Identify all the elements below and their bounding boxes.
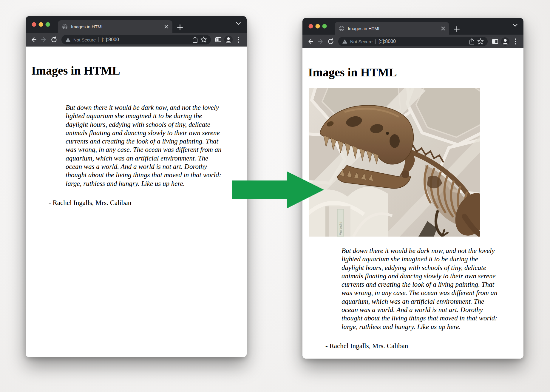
new-tab-button[interactable]: [177, 24, 183, 30]
not-secure-warning-icon: [342, 39, 347, 44]
zoom-window-button[interactable]: [322, 24, 327, 29]
forward-button[interactable]: [316, 36, 326, 47]
quote-block: But down there it would be dark now, and…: [342, 247, 502, 331]
back-button[interactable]: [305, 36, 316, 47]
minimize-window-button[interactable]: [315, 24, 320, 29]
trex-skeleton-photo: Forests: [309, 88, 480, 237]
tab-search-chevron-icon[interactable]: [513, 24, 517, 27]
quote-block: But down there it would be dark now, and…: [66, 104, 226, 188]
browser-tab[interactable]: Images in HTML: [335, 22, 449, 35]
globe-favicon-icon: [339, 26, 344, 31]
security-label: Not Secure: [350, 39, 373, 44]
close-tab-icon[interactable]: [441, 27, 445, 30]
browser-window-after: Images in HTML: [302, 18, 523, 359]
share-icon[interactable]: [469, 38, 475, 45]
minimize-window-button[interactable]: [38, 22, 43, 27]
close-window-button[interactable]: [308, 24, 313, 29]
profile-avatar-button[interactable]: [223, 35, 234, 45]
address-bar[interactable]: Not Secure [::]:8000: [338, 37, 488, 46]
bookmark-star-icon[interactable]: [200, 36, 207, 43]
tab-strip: Images in HTML: [26, 16, 247, 33]
back-button[interactable]: [29, 35, 39, 45]
browser-tab[interactable]: Images in HTML: [58, 20, 172, 33]
transform-arrow: [231, 171, 325, 209]
reload-button[interactable]: [49, 35, 59, 45]
page-content-after: Images in HTML: [302, 48, 523, 359]
tab-title: Images in HTML: [71, 24, 164, 29]
sidebar-toggle-button[interactable]: [213, 35, 223, 45]
quote-attribution: - Rachel Ingalls, Mrs. Caliban: [49, 199, 247, 207]
not-secure-warning-icon: [65, 37, 71, 42]
page-title: Images in HTML: [308, 66, 523, 79]
page-content-before: Images in HTML But down there it would b…: [26, 47, 247, 357]
close-window-button[interactable]: [32, 22, 36, 27]
bookmark-star-icon[interactable]: [477, 38, 484, 45]
new-tab-button[interactable]: [454, 26, 460, 32]
tab-strip: Images in HTML: [302, 18, 523, 35]
omnibox-divider: [98, 37, 99, 42]
quote-attribution: - Rachel Ingalls, Mrs. Caliban: [325, 342, 523, 350]
browser-window-before: Images in HTML: [26, 16, 247, 357]
traffic-lights: [32, 22, 50, 27]
reload-button[interactable]: [326, 36, 336, 47]
share-icon[interactable]: [192, 36, 198, 43]
globe-favicon-icon: [62, 24, 68, 30]
omnibox-divider: [375, 39, 376, 44]
forward-button[interactable]: [39, 35, 49, 45]
browser-toolbar: Not Secure [::]:8000: [302, 35, 523, 48]
security-label: Not Secure: [73, 37, 96, 42]
page-title: Images in HTML: [31, 64, 247, 78]
url-text: [::]:8000: [102, 37, 119, 42]
profile-avatar-button[interactable]: [500, 36, 510, 47]
menu-kebab-button[interactable]: [234, 35, 244, 45]
close-tab-icon[interactable]: [164, 25, 168, 29]
sidebar-toggle-button[interactable]: [490, 36, 500, 47]
address-bar[interactable]: Not Secure [::]:8000: [61, 35, 211, 44]
zoom-window-button[interactable]: [45, 22, 50, 27]
tab-title: Images in HTML: [348, 26, 441, 31]
url-text: [::]:8000: [378, 39, 396, 44]
menu-kebab-button[interactable]: [510, 36, 520, 47]
traffic-lights: [308, 24, 327, 29]
browser-toolbar: Not Secure [::]:8000: [26, 33, 247, 47]
tab-search-chevron-icon[interactable]: [236, 22, 241, 25]
